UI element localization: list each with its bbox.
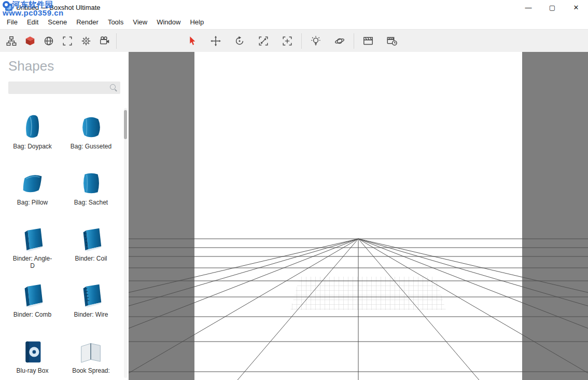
toolbar-separator: [354, 33, 354, 49]
scale-tool-button[interactable]: [251, 32, 275, 50]
shape-item-binder-coil[interactable]: Binder: Coil: [62, 222, 120, 278]
titlebar: Untitled — Boxshot Ultimate — ▢ ✕: [0, 0, 588, 15]
globe-icon: [43, 35, 54, 47]
fit-view-button[interactable]: [275, 32, 299, 50]
shape-item-binder-wire[interactable]: Binder: Wire: [62, 278, 120, 334]
select-arrow-icon: [186, 35, 198, 47]
shape-item-label: Binder: Comb: [13, 311, 51, 318]
frame-corners-icon: [62, 35, 73, 47]
shape-item-bag-pillow[interactable]: Bag: Pillow: [3, 166, 62, 222]
search-icon: [110, 84, 116, 90]
menu-item-file[interactable]: File: [2, 15, 22, 29]
shape-item-bag-sachet[interactable]: Bag: Sachet: [62, 166, 120, 222]
move-tool-button[interactable]: [204, 32, 228, 50]
menu-item-view[interactable]: View: [128, 15, 152, 29]
shapes-search-input[interactable]: [8, 82, 120, 94]
binder-angle-d-icon: [19, 225, 47, 253]
window-title: Untitled — Boxshot Ultimate: [16, 4, 101, 11]
camera-mask-left: [129, 52, 194, 380]
shapes-panel-title: Shapes: [8, 58, 129, 74]
toolbar-group: [0, 30, 114, 52]
bag-sachet-icon: [77, 169, 105, 197]
shape-item-label: Binder: Angle-D: [11, 255, 54, 269]
animation-preview-button[interactable]: [380, 32, 404, 50]
toolbar-separator: [116, 33, 117, 49]
close-button[interactable]: ✕: [564, 0, 588, 15]
orbit-ring-icon: [334, 35, 345, 47]
environment-button[interactable]: [328, 32, 352, 50]
scene-tree-button[interactable]: [2, 32, 21, 50]
menubar: FileEditSceneRenderToolsViewWindowHelp: [0, 15, 588, 29]
toolbar-group: [180, 30, 299, 52]
binder-coil-icon: [77, 225, 105, 253]
shapes-cube-icon: [24, 35, 36, 47]
window-controls: — ▢ ✕: [516, 0, 588, 15]
menu-item-edit[interactable]: Edit: [22, 15, 43, 29]
shapes-grid: Bag: DoypackBag: GussetedBag: PillowBag:…: [3, 110, 120, 380]
shape-item-label: Bag: Gusseted: [71, 143, 111, 150]
camera-frame-button[interactable]: [58, 32, 77, 50]
clapper-clock-icon: [386, 35, 398, 47]
shape-item-binder-angle-d[interactable]: Binder: Angle-D: [3, 222, 62, 278]
toolbar-group: [356, 30, 404, 52]
scene-tree-icon: [6, 35, 17, 47]
toolbar: [0, 29, 588, 52]
shape-item-label: Bag: Doypack: [13, 143, 52, 150]
shape-item-label: Blu-ray Box: [16, 367, 48, 374]
app-icon: [5, 3, 13, 11]
shape-item-book-spread[interactable]: Book Spread:: [62, 334, 120, 380]
lighting-button[interactable]: [304, 32, 328, 50]
shape-item-label: Binder: Coil: [75, 255, 107, 262]
animation-button[interactable]: [356, 32, 380, 50]
bag-gusseted-icon: [77, 113, 105, 141]
menu-item-help[interactable]: Help: [185, 15, 208, 29]
settings-button[interactable]: [77, 32, 95, 50]
shapes-scrollbar[interactable]: [124, 108, 127, 378]
movie-camera-icon: [99, 35, 110, 47]
toolbar-separator: [301, 33, 302, 49]
menu-item-scene[interactable]: Scene: [43, 15, 72, 29]
shape-item-bluray-box[interactable]: Blu-ray Box: [3, 334, 62, 380]
shapes-panel: Shapes Bag: DoypackBag: GussetedBag: Pil…: [0, 52, 129, 380]
shape-item-binder-comb[interactable]: Binder: Comb: [3, 278, 62, 334]
bag-pillow-icon: [19, 169, 47, 197]
binder-wire-icon: [77, 281, 105, 309]
menu-item-tools[interactable]: Tools: [103, 15, 128, 29]
minimize-button[interactable]: —: [516, 0, 540, 15]
toolbar-group: [304, 30, 352, 52]
shapes-scrollbar-thumb[interactable]: [124, 110, 127, 139]
viewport-3d[interactable]: [129, 52, 588, 380]
floor-mesh-highlight: [290, 277, 446, 310]
book-spread-icon: [77, 337, 105, 365]
shape-item-label: Book Spread:: [72, 367, 110, 374]
menu-item-window[interactable]: Window: [152, 15, 185, 29]
bluray-box-icon: [19, 337, 47, 365]
rotate-tool-button[interactable]: [228, 32, 251, 50]
light-bulb-icon: [310, 35, 321, 47]
shape-item-bag-gusseted[interactable]: Bag: Gusseted: [62, 110, 120, 166]
materials-button[interactable]: [39, 32, 58, 50]
rotate-arrow-icon: [234, 35, 245, 47]
viewport-scene[interactable]: [129, 52, 588, 380]
gear-icon: [80, 35, 92, 47]
shape-item-bag-doypack[interactable]: Bag: Doypack: [3, 110, 62, 166]
menu-item-render[interactable]: Render: [72, 15, 103, 29]
render-button[interactable]: [95, 32, 114, 50]
binder-comb-icon: [19, 281, 47, 309]
shapes-panel-button[interactable]: [21, 32, 39, 50]
maximize-button[interactable]: ▢: [540, 0, 564, 15]
camera-mask-right: [522, 52, 588, 380]
shape-item-label: Bag: Sachet: [74, 199, 108, 206]
shape-item-label: Binder: Wire: [74, 311, 108, 318]
center-frame-icon: [282, 35, 293, 47]
move-arrows-icon: [210, 35, 221, 47]
scale-frame-icon: [258, 35, 269, 47]
shapes-search-box: [8, 82, 120, 94]
bag-doypack-icon: [19, 113, 47, 141]
shape-item-label: Bag: Pillow: [17, 199, 48, 206]
select-tool-button[interactable]: [180, 32, 204, 50]
clapperboard-icon: [362, 35, 374, 47]
